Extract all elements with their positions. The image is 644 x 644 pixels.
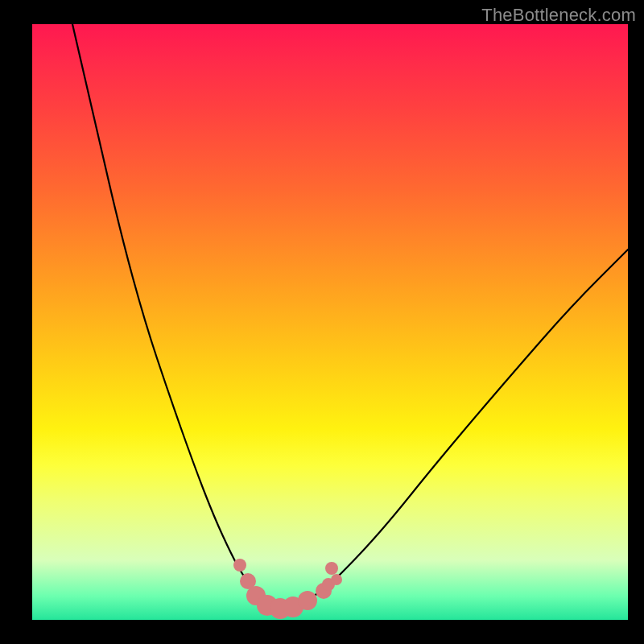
curve-marker — [331, 574, 342, 585]
watermark-text: TheBottleneck.com — [481, 5, 636, 26]
chart-svg — [32, 24, 628, 620]
curve-marker — [233, 559, 246, 572]
curve-marker — [325, 562, 338, 575]
chart-frame: TheBottleneck.com — [0, 0, 644, 644]
bottleneck-curve — [72, 24, 628, 607]
plot-area — [32, 24, 628, 620]
curve-marker — [298, 591, 317, 610]
curve-markers — [233, 559, 342, 619]
